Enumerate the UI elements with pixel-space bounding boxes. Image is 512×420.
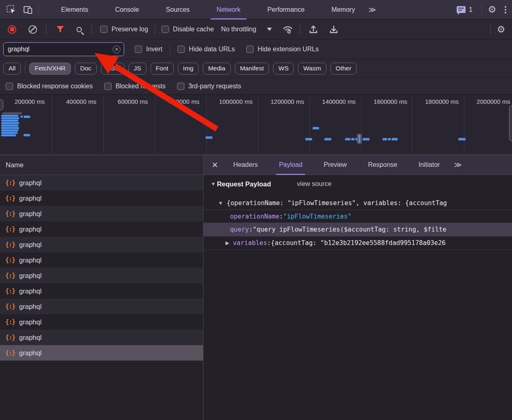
chip-other[interactable]: Other	[330, 63, 357, 74]
tab-elements[interactable]: Elements	[53, 0, 97, 20]
record-network-log-icon[interactable]	[8, 25, 16, 34]
tab-network[interactable]: Network	[208, 0, 249, 20]
payload-tree-row[interactable]: ▼{operationName: "ipFlowTimeseries", var…	[203, 196, 512, 210]
tab-performance[interactable]: Performance	[259, 0, 313, 20]
overview-left-handle[interactable]	[0, 99, 3, 110]
request-row[interactable]: {:}graphql	[0, 345, 203, 361]
tab-sources[interactable]: Sources	[157, 0, 198, 20]
view-source-link[interactable]: view source	[297, 180, 331, 188]
divider	[155, 24, 155, 35]
more-detail-tabs-icon[interactable]: ≫	[449, 160, 467, 169]
kebab-menu-icon[interactable]	[499, 6, 512, 13]
request-row[interactable]: {:}graphql	[0, 283, 203, 299]
settings-gear-icon[interactable]: ⚙	[485, 3, 499, 17]
blocked-requests-checkbox[interactable]: Blocked requests	[104, 83, 166, 90]
hide-data-urls-checkbox[interactable]: Hide data URLs	[177, 46, 235, 53]
tab-console[interactable]: Console	[107, 0, 148, 20]
clear-network-log-icon[interactable]	[28, 25, 37, 34]
filter-funnel-icon[interactable]	[56, 26, 64, 33]
payload-tree-row[interactable]: ▶variables: {accountTag: "b12e3b2192ee55…	[203, 236, 512, 250]
chip-doc[interactable]: Doc	[75, 63, 97, 74]
detail-tab-initiator[interactable]: Initiator	[411, 155, 446, 175]
request-timing-bar	[1, 132, 18, 134]
request-row[interactable]: {:}graphql	[0, 206, 203, 221]
checkbox[interactable]	[177, 46, 185, 53]
timeline-tick-label: 600000 ms	[109, 98, 156, 105]
checkbox[interactable]	[246, 46, 254, 53]
request-name: graphql	[19, 334, 42, 341]
request-timing-bar	[1, 120, 18, 122]
overview-right-handle[interactable]	[509, 105, 512, 141]
request-name: graphql	[19, 256, 42, 264]
inspect-element-icon[interactable]	[4, 3, 18, 17]
throttling-select[interactable]: No throttling	[221, 25, 271, 33]
export-har-icon[interactable]	[329, 25, 338, 34]
request-timing-bar	[392, 138, 398, 140]
checkbox[interactable]	[135, 46, 142, 53]
collapse-triangle-icon[interactable]: ▼	[211, 181, 216, 187]
detail-tab-preview[interactable]: Preview	[317, 155, 354, 175]
request-row[interactable]: {:}graphql	[0, 237, 203, 252]
request-row[interactable]: {:}graphql	[0, 314, 203, 330]
name-column-header[interactable]: Name	[0, 155, 203, 175]
request-row[interactable]: {:}graphql	[0, 190, 203, 206]
request-row[interactable]: {:}graphql	[0, 330, 203, 345]
device-toolbar-icon[interactable]	[21, 3, 35, 17]
invert-checkbox[interactable]: Invert	[135, 46, 162, 53]
request-row[interactable]: {:}graphql	[0, 221, 203, 237]
chip-fetch-xhr[interactable]: Fetch/XHR	[29, 63, 71, 74]
request-row[interactable]: {:}graphql	[0, 252, 203, 268]
hide-extension-urls-checkbox[interactable]: Hide extension URLs	[246, 46, 319, 53]
detail-tab-response[interactable]: Response	[361, 155, 404, 175]
checkbox[interactable]	[177, 83, 184, 90]
request-row[interactable]: {:}graphql	[0, 299, 203, 314]
filter-input[interactable]	[8, 46, 113, 53]
collapsed-triangle-icon[interactable]: ▶	[225, 240, 229, 246]
chip-css[interactable]: CSS	[101, 63, 125, 74]
chip-media[interactable]: Media	[203, 63, 230, 74]
expanded-triangle-icon[interactable]: ▼	[218, 200, 223, 206]
detail-tab-headers[interactable]: Headers	[226, 155, 265, 175]
request-timing-bar	[1, 122, 19, 124]
third-party-requests-checkbox[interactable]: 3rd-party requests	[177, 83, 241, 90]
chip-img[interactable]: Img	[178, 63, 199, 74]
blocked-response-cookies-checkbox[interactable]: Blocked response cookies	[6, 83, 93, 90]
payload-tree-row[interactable]: operationName: "ipFlowTimeseries"	[203, 210, 512, 223]
issues-icon[interactable]	[457, 6, 466, 13]
checkbox[interactable]	[100, 26, 107, 33]
tab-memory[interactable]: Memory	[323, 0, 363, 20]
payload-text-plain: :	[267, 239, 271, 247]
network-overview-timeline[interactable]: 200000 ms400000 ms600000 ms800000 ms1000…	[0, 95, 512, 155]
timeline-tick-label: 1000000 ms	[212, 98, 259, 105]
chip-ws[interactable]: WS	[273, 63, 294, 74]
detail-tab-payload[interactable]: Payload	[272, 155, 309, 175]
extra-filters-row: Blocked response cookies Blocked request…	[0, 78, 512, 95]
payload-tree-row[interactable]: query: "query ipFlowTimeseries($accountT…	[203, 223, 512, 236]
chip-all[interactable]: All	[3, 63, 21, 74]
name-column-label: Name	[6, 161, 24, 169]
chip-js[interactable]: JS	[129, 63, 147, 74]
request-row[interactable]: {:}graphql	[0, 175, 203, 190]
request-list: {:}graphql{:}graphql{:}graphql{:}graphql…	[0, 175, 203, 361]
chip-wasm[interactable]: Wasm	[298, 63, 326, 74]
chip-font[interactable]: Font	[151, 63, 174, 74]
request-row[interactable]: {:}graphql	[0, 268, 203, 283]
blocked-requests-label: Blocked requests	[116, 83, 166, 90]
checkbox[interactable]	[104, 83, 112, 90]
chevron-down-icon	[267, 28, 272, 33]
search-icon[interactable]	[77, 27, 82, 32]
clear-filter-icon[interactable]: ✕	[113, 46, 120, 53]
divider	[481, 4, 482, 15]
network-settings-gear-icon[interactable]: ⚙	[494, 22, 508, 36]
divider	[46, 24, 46, 35]
checkbox[interactable]	[6, 83, 13, 90]
close-detail-icon[interactable]: ✕	[203, 160, 224, 170]
chip-manifest[interactable]: Manifest	[235, 63, 269, 74]
network-conditions-icon[interactable]	[282, 25, 293, 34]
preserve-log-checkbox[interactable]: Preserve log	[100, 26, 148, 33]
more-tabs-icon[interactable]: ≫	[363, 5, 381, 14]
disable-cache-checkbox[interactable]: Disable cache	[162, 26, 214, 33]
payload-text-plain: "query ipFlowTimeseries($accountTag: str…	[253, 226, 446, 233]
checkbox[interactable]	[162, 26, 169, 33]
import-har-icon[interactable]	[309, 25, 318, 34]
